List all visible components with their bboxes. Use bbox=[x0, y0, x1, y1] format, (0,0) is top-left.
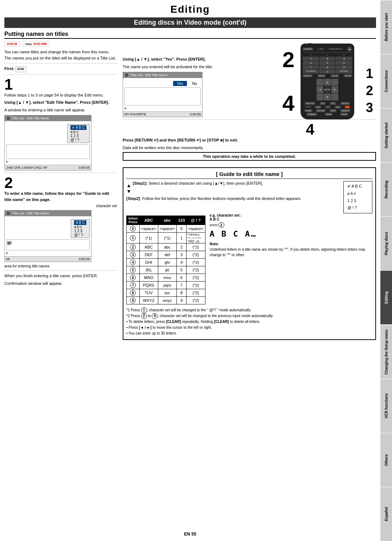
table-row: 6 MNO mno 6 (*2) bbox=[127, 274, 205, 282]
guide-box: [ Guide to edit title name ] ▲ ▼ [Step1]… bbox=[123, 167, 376, 340]
dvd-logos: DVD-R Video DVD-RW bbox=[4, 41, 117, 47]
dvd-inline-icon: DVD bbox=[16, 66, 26, 72]
table-row: 2 ABC abc 2 (*2) bbox=[127, 243, 205, 251]
step2-title: To enter a title name, follow the steps … bbox=[4, 190, 117, 202]
section-header: Editing discs in Video mode (cont'd) bbox=[4, 17, 376, 28]
remote-open-close: ▲ bbox=[347, 46, 352, 52]
screen-title-3: Title List - Edit Title Name bbox=[130, 73, 167, 77]
step4-area: 4 Press [RETURN ↵] and then [RETURN ↵] o… bbox=[123, 122, 376, 151]
dpad-up: ▲ bbox=[324, 79, 331, 86]
remote-search: SEARCH bbox=[340, 109, 350, 112]
note-box: Note: Undefined letters in a title name … bbox=[210, 241, 373, 258]
remote-slow: SLOW bbox=[305, 109, 312, 112]
confirm-text: Confirmation window will appear. bbox=[4, 280, 117, 287]
remote-skip-fwd: ►►| bbox=[335, 106, 341, 108]
remote-power: POWER bbox=[303, 48, 313, 50]
dvd-rw-text: DVD-RW bbox=[33, 42, 47, 46]
remote-cmskip: CM SKIP bbox=[316, 109, 326, 112]
remote-btn-top-menu: TOP MENU bbox=[303, 70, 319, 74]
table-row: 7 PQRS pqrs 7 (*2) bbox=[127, 282, 205, 289]
footnotes: *1 Press 1, character set will be change… bbox=[126, 307, 372, 336]
remote-rec: REC/OTR bbox=[305, 102, 315, 105]
tab-playing-discs[interactable]: Playing discs bbox=[380, 216, 392, 270]
screen-title-bar-2: Title List - Edit Title Name bbox=[5, 210, 91, 216]
tab-espanol[interactable]: Español bbox=[380, 487, 392, 541]
remote-stop: STOP bbox=[330, 109, 337, 112]
remote-dpad: ▲ ◄ ENTER ► ▼ bbox=[317, 79, 338, 101]
step4-detail: Data will be written onto the disc momen… bbox=[123, 145, 376, 151]
table-row: 8 TUV tuv 8 (*2) bbox=[127, 289, 205, 297]
remote-btn-1: 1 bbox=[303, 57, 319, 61]
remote-btn-5: 5 bbox=[319, 61, 336, 65]
dpad-empty-tl bbox=[317, 79, 323, 86]
remote-btn-8: 8 bbox=[319, 65, 336, 69]
remote-skip-back: |◄◄ bbox=[315, 106, 321, 108]
dvd-r-text: DVD-R bbox=[7, 42, 17, 46]
screen-mockup-1: Title List - Edit Title Name ✔ A B C a b… bbox=[4, 115, 91, 171]
dpad-left: ◄ bbox=[317, 86, 323, 93]
tab-others[interactable]: Others bbox=[380, 433, 392, 487]
abc-display: A B C A… bbox=[210, 229, 373, 238]
screen-title-1: Title List - Edit Title Name bbox=[12, 116, 49, 120]
highlight-box: This operation may take a while to be co… bbox=[123, 152, 376, 161]
table-row: 1 (*1) (*1) 1 !"#$%&'()*+,-./;:;<=>?@[]^… bbox=[127, 233, 205, 243]
remote-play: ► bbox=[345, 106, 350, 108]
big-num-2: 2 bbox=[282, 47, 294, 72]
right-nums: 1 2 3 bbox=[366, 65, 373, 116]
first-label: First: DVD bbox=[4, 66, 117, 72]
dotted-divider-2 bbox=[4, 74, 117, 75]
subsection-title: Putting names on titles bbox=[4, 31, 376, 39]
step1-note: A window for entering a title name will … bbox=[4, 107, 117, 113]
remote-body: POWER 1-SET TIMER/PROG ▲ 1 2 3 bbox=[301, 44, 354, 119]
char-table: SelectPress ABC abc 123 @ ! ? 0 bbox=[126, 216, 205, 304]
remote-btn-2: 2 bbox=[319, 57, 336, 61]
tab-recording[interactable]: Recording bbox=[380, 162, 392, 216]
page-title: Editing bbox=[171, 4, 210, 15]
remote-control: 2 4 1 2 3 POWER 1-SET bbox=[301, 44, 359, 119]
remote-btn-4: 4 bbox=[303, 61, 319, 65]
step2-number: 2 bbox=[4, 175, 117, 190]
tab-getting-started[interactable]: Getting started bbox=[380, 108, 392, 162]
remote-pause: II bbox=[325, 106, 330, 108]
screen-icon-1 bbox=[6, 116, 11, 120]
table-row: 3 DEF def 3 (*2) bbox=[127, 251, 205, 259]
right-upper-area: 3 Using [▲ / ▼], select "Yes". Press [EN… bbox=[123, 41, 376, 162]
screen-title-2: Title List - Edit Title Name bbox=[12, 212, 49, 215]
screen-title-bar-3: Title List - Edit Title Name bbox=[123, 72, 202, 78]
dpad-empty-bl bbox=[317, 94, 323, 101]
title-entry-area-3 bbox=[124, 87, 201, 106]
screen-footer-2: MI 0:00:59 bbox=[5, 256, 91, 262]
page-number: EN 55 bbox=[184, 532, 196, 537]
tab-changing-setup[interactable]: Changing the Setup menu bbox=[380, 325, 392, 379]
remote-dubbing: DUBBING bbox=[307, 113, 317, 116]
screen-icon-2 bbox=[6, 211, 11, 216]
dpad-empty-br bbox=[331, 94, 338, 101]
right-tabs: Before you start Connections Getting sta… bbox=[380, 0, 392, 541]
dvd-rw-logo: Video DVD-RW bbox=[23, 41, 50, 47]
step2-area: 2 To enter a title name, follow the step… bbox=[4, 175, 117, 208]
remote-btn-6: 6 bbox=[336, 61, 352, 65]
char-set-label: character set bbox=[4, 204, 117, 208]
tab-editing[interactable]: Editing bbox=[380, 270, 392, 324]
tab-before-you-start[interactable]: Before you start bbox=[380, 0, 392, 54]
tab-vcr-functions[interactable]: VCR functions bbox=[380, 379, 392, 433]
main-content: Editing Editing discs in Video mode (con… bbox=[0, 0, 380, 541]
screen-footer-1: JAN/ 1/06 1:00AM CH12 XP 0:00:59 bbox=[5, 165, 91, 170]
screen-body-3: Yes No ▶ bbox=[123, 78, 202, 111]
area-label: area for entering title names bbox=[4, 264, 117, 268]
remote-btn-7: 7 bbox=[303, 65, 319, 69]
step1-area: 1 Follow steps 1 to 3 on page 54 to disp… bbox=[4, 77, 117, 113]
dpad-empty-tr bbox=[331, 79, 338, 86]
screen-icon-3 bbox=[124, 73, 129, 77]
tab-connections[interactable]: Connections bbox=[380, 54, 392, 108]
left-column: DVD-R Video DVD-RW You can name titles a… bbox=[4, 41, 117, 340]
step4-number: 4 bbox=[123, 122, 314, 137]
step1-number: 1 bbox=[4, 77, 117, 92]
guide-step1: [Step1]: Select a desired character set … bbox=[133, 181, 263, 185]
remote-btn-return: RETURN bbox=[336, 70, 352, 74]
step1-text: Follow steps 1 to 3 on page 54 to displa… bbox=[4, 92, 117, 98]
title-entry-area-1 bbox=[6, 144, 90, 159]
title-entry-area-2: MI bbox=[6, 239, 90, 250]
remote-btn-3: 3 bbox=[336, 57, 352, 61]
remote-btn-9: 9 bbox=[336, 65, 352, 69]
